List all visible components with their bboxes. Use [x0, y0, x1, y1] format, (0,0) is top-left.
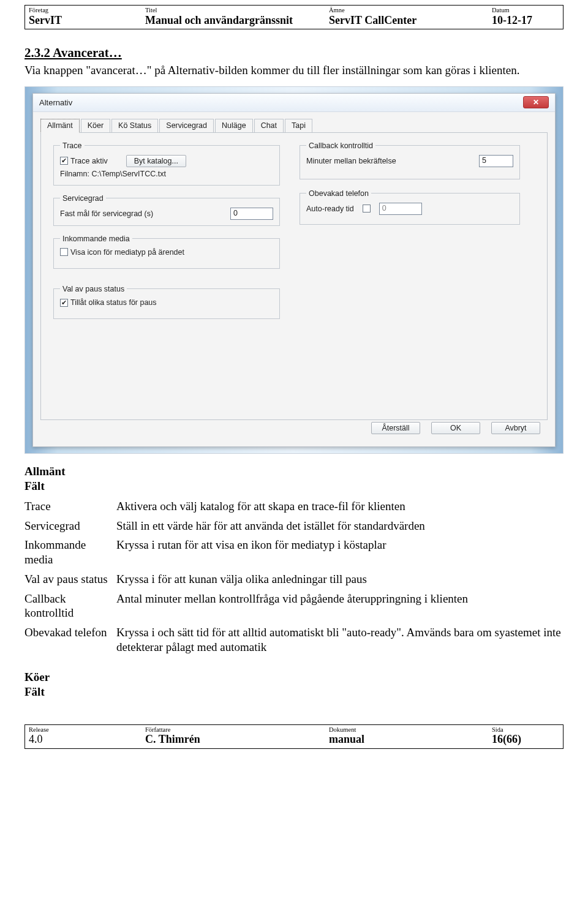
- ftr-author: C. Thimrén: [145, 733, 329, 746]
- tabs: Allmänt Köer Kö Status Servicegrad Nuläg…: [33, 112, 555, 132]
- cell-key: Obevakad telefon: [24, 623, 116, 657]
- ftr-doc: manual: [329, 733, 492, 746]
- ftr-release: 4.0: [29, 733, 145, 746]
- gb-obevakad: Obevakad telefon Auto-ready tid 0: [300, 189, 520, 225]
- callback-input[interactable]: 5: [479, 155, 513, 167]
- chk-paus-label: Tillåt olika status för paus: [70, 298, 157, 307]
- screenshot-frame: Alternativ ✕ Allmänt Köer Kö Status Serv…: [24, 86, 564, 454]
- gb-obevakad-legend: Obevakad telefon: [306, 189, 371, 198]
- gb-paus-legend: Val av paus status: [60, 285, 127, 293]
- checkbox-icon: ✔: [60, 157, 68, 165]
- hdr-subject: ServIT CallCenter: [329, 14, 492, 27]
- cell-key: Inkommande media: [24, 535, 116, 570]
- cell-val: Kryssa i för att kunan välja olika anled…: [116, 570, 564, 589]
- trace-filnamn: Filnamn: C:\Temp\ServITCC.txt: [60, 170, 273, 178]
- ftr-doc-lbl: Dokument: [329, 726, 492, 734]
- dialog-titlebar: Alternativ ✕: [33, 94, 555, 112]
- tab-nulage[interactable]: Nuläge: [215, 119, 253, 133]
- gb-paus: Val av paus status ✔ Tillåt olika status…: [53, 285, 280, 319]
- desc-heading: Allmänt: [24, 465, 564, 478]
- cell-key: Callback kontrolltid: [24, 589, 116, 623]
- gb-inkommande: Inkommande media Visa icon för mediatyp …: [53, 235, 280, 269]
- close-icon: ✕: [533, 99, 539, 106]
- checkbox-icon: [363, 205, 371, 212]
- btn-aterstall[interactable]: Återställ: [371, 422, 420, 434]
- tab-tapi[interactable]: Tapi: [285, 119, 312, 133]
- tab-ko-status[interactable]: Kö Status: [111, 119, 158, 133]
- servicegrad-input[interactable]: 0: [230, 208, 273, 220]
- gb-trace-legend: Trace: [60, 141, 85, 150]
- cell-val: Ställ in ett värde här för att använda d…: [116, 516, 564, 536]
- btn-avbryt[interactable]: Avbryt: [491, 422, 540, 434]
- hdr-subject-lbl: Ämne: [329, 7, 492, 14]
- tab-body: Trace ✔ Trace aktiv Byt katalog... Filna…: [40, 132, 548, 420]
- gb-servicegrad-legend: Servicegrad: [60, 194, 106, 203]
- ftr-page-lbl: Sida: [492, 726, 559, 734]
- gb-trace: Trace ✔ Trace aktiv Byt katalog... Filna…: [53, 141, 280, 186]
- chk-trace-aktiv[interactable]: ✔ Trace aktiv: [60, 157, 108, 165]
- tab-chat[interactable]: Chat: [254, 119, 284, 133]
- section-heading: 2.3.2 Avancerat…: [24, 45, 564, 61]
- ftr-page: 16(66): [492, 733, 559, 746]
- ftr-author-lbl: Författare: [145, 726, 329, 734]
- chk-inkommande-label: Visa icon för mediatyp på ärendet: [70, 248, 184, 257]
- table-row: ServicegradStäll in ett värde här för at…: [24, 516, 564, 536]
- gb-callback: Callback kontrolltid Minuter mellan bekr…: [300, 141, 520, 179]
- btn-byt-katalog[interactable]: Byt katalog...: [126, 155, 186, 167]
- checkbox-icon: ✔: [60, 299, 68, 307]
- doc-header: Företag Titel Ämne Datum ServIT Manual o…: [24, 5, 564, 29]
- hdr-title-lbl: Titel: [145, 7, 329, 14]
- dialog-alternativ: Alternativ ✕ Allmänt Köer Kö Status Serv…: [32, 93, 556, 447]
- table-row: Val av paus statusKryssa i för att kunan…: [24, 570, 564, 589]
- table-row: TraceAktivera och välj katalog för att s…: [24, 497, 564, 516]
- dialog-buttons: Återställ OK Avbryt: [371, 422, 540, 434]
- doc-footer: Release Författare Dokument Sida 4.0 C. …: [24, 724, 564, 749]
- desc-sub: Fält: [24, 479, 564, 493]
- cell-key: Trace: [24, 497, 116, 516]
- servicegrad-label: Fast mål för servicegrad (s): [60, 209, 153, 218]
- table-row: Inkommande mediaKryssa i rutan för att v…: [24, 535, 564, 570]
- tab-servicegrad[interactable]: Servicegrad: [159, 119, 214, 133]
- tab-allmant[interactable]: Allmänt: [40, 119, 80, 133]
- hdr-title: Manual och användargränssnit: [145, 14, 329, 27]
- hdr-company-lbl: Företag: [29, 7, 145, 14]
- ftr-release-lbl: Release: [29, 726, 145, 734]
- btn-ok[interactable]: OK: [431, 422, 480, 434]
- gb-inkommande-legend: Inkommande media: [60, 235, 132, 243]
- table-row: Obevakad telefonKryssa i och sätt tid fö…: [24, 623, 564, 657]
- tab-koer[interactable]: Köer: [81, 119, 110, 133]
- desc-table: TraceAktivera och välj katalog för att s…: [24, 497, 564, 657]
- checkbox-icon: [60, 248, 68, 256]
- gb-servicegrad: Servicegrad Fast mål för servicegrad (s)…: [53, 194, 280, 226]
- chk-paus[interactable]: ✔ Tillåt olika status för paus: [60, 298, 157, 307]
- autoready-input[interactable]: 0: [379, 203, 422, 215]
- cell-key: Servicegrad: [24, 516, 116, 536]
- hdr-date-lbl: Datum: [492, 7, 559, 14]
- cell-val: Antal minuter mellan kontrollfråga vid p…: [116, 589, 564, 623]
- gb-callback-legend: Callback kontrolltid: [306, 141, 375, 150]
- hdr-date: 10-12-17: [492, 14, 559, 27]
- cell-val: Aktivera och välj katalog för att skapa …: [116, 497, 564, 516]
- chk-inkommande[interactable]: Visa icon för mediatyp på ärendet: [60, 248, 184, 257]
- hdr-company: ServIT: [29, 14, 145, 27]
- koer-heading: Köer: [24, 671, 564, 684]
- close-button[interactable]: ✕: [523, 96, 549, 108]
- cell-key: Val av paus status: [24, 570, 116, 589]
- section-intro: Via knappen "avancerat…" på Alternativ-b…: [24, 63, 564, 78]
- cell-val: Kryssa i rutan för att visa en ikon för …: [116, 535, 564, 570]
- dialog-title: Alternativ: [39, 98, 72, 107]
- callback-label: Minuter mellan bekräftelse: [306, 157, 396, 165]
- table-row: Callback kontrolltidAntal minuter mellan…: [24, 589, 564, 623]
- chk-autoready[interactable]: [363, 205, 371, 212]
- chk-trace-label: Trace aktiv: [70, 157, 108, 165]
- koer-sub: Fält: [24, 685, 564, 699]
- obevakad-label: Auto-ready tid: [306, 205, 354, 213]
- cell-val: Kryssa i och sätt tid för att alltid aut…: [116, 623, 564, 657]
